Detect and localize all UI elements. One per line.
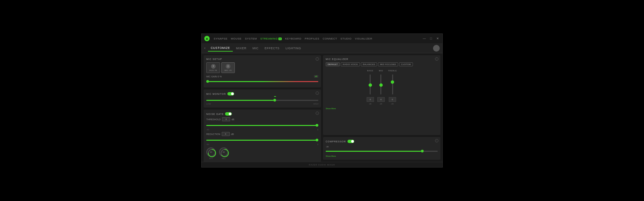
user-avatar[interactable] <box>433 45 440 52</box>
back-button[interactable]: ‹ <box>204 46 205 50</box>
reduction-track <box>206 140 318 141</box>
mid-slider-area[interactable] <box>378 73 384 96</box>
mic-monitor-info-icon[interactable]: i <box>316 91 319 95</box>
monitor-track <box>206 100 318 101</box>
bass-slider-area[interactable] <box>367 73 374 96</box>
eq-preset-radio-voice[interactable]: RADIO VOICE <box>341 62 360 66</box>
compressor-title: COMPRESSOR <box>326 140 346 143</box>
gain-thumb[interactable] <box>206 80 209 83</box>
mic-eq-panel: MIC EQUALIZER i DEFAULT RADIO VOICE BALA… <box>323 55 440 135</box>
monitor-slider[interactable] <box>206 97 318 103</box>
mic-icon <box>226 64 230 69</box>
mic-monitor-toggle[interactable] <box>227 92 234 95</box>
mic-in-label: MIC IN <box>224 69 232 71</box>
treble-thumb[interactable] <box>391 80 394 84</box>
treble-db: dB <box>391 103 393 105</box>
mid-thumb[interactable] <box>379 83 383 87</box>
mic-monitor-panel: i MIC MONITOR <box>204 89 321 108</box>
monitor-thumb[interactable] <box>273 99 276 102</box>
tab-mic[interactable]: MIC <box>250 45 261 51</box>
compressor-show-more[interactable]: Show More <box>326 155 438 157</box>
maximize-button[interactable]: □ <box>429 37 433 40</box>
svg-marker-0 <box>206 38 208 40</box>
eq-preset-balanced[interactable]: BALANCED <box>361 62 377 66</box>
eq-bass-label: BASS <box>367 70 373 72</box>
tab-mixer[interactable]: MIXER <box>233 45 249 51</box>
bass-thumb[interactable] <box>369 83 372 87</box>
app-window: SYNAPSE MOUSE SYSTEM STREAMING4 KEYBOARD… <box>201 34 443 168</box>
eq-show-more[interactable]: Show More <box>326 108 438 110</box>
threshold-track <box>206 125 318 126</box>
reduction-row: REDUCTION dB <box>206 132 318 136</box>
mid-value-box: 0 <box>377 97 385 102</box>
svg-rect-3 <box>227 65 228 67</box>
gain-track <box>206 81 318 82</box>
compressor-value: -38 <box>326 146 329 148</box>
reduction-slider[interactable] <box>206 137 318 143</box>
reduction-min: -60 <box>206 143 209 145</box>
dial-attack: 10 ATT <box>206 147 216 159</box>
reduction-labels: -60 0 <box>206 143 318 145</box>
nav-synapse[interactable]: SYNAPSE <box>214 37 227 40</box>
nav-streaming[interactable]: STREAMING4 <box>260 37 282 40</box>
monitor-high-label: HIGH <box>313 103 318 105</box>
compressor-thumb[interactable] <box>421 150 424 152</box>
threshold-input[interactable] <box>222 117 230 121</box>
svg-point-1 <box>213 65 214 66</box>
main-content: MIC SETUP i AUX IN <box>202 53 442 162</box>
threshold-max: 0 <box>317 129 318 131</box>
compressor-fill <box>326 151 421 152</box>
threshold-row: THRESHOLD dB <box>206 117 318 121</box>
threshold-slider[interactable] <box>206 123 318 128</box>
razer-logo-icon <box>204 36 210 41</box>
noise-gate-toggle-row: NOISE GATE <box>206 112 318 116</box>
nav-profiles[interactable]: PROFILES <box>305 37 319 40</box>
compressor-toggle[interactable] <box>347 140 354 143</box>
compressor-info-icon[interactable]: i <box>435 139 438 142</box>
gain-slider[interactable] <box>206 79 318 84</box>
nav-visualizer[interactable]: VISUALIZER <box>355 37 372 40</box>
eq-preset-custom[interactable]: CUSTOM <box>399 62 413 66</box>
monitor-slider-container: LOW HIGH <box>206 97 318 105</box>
minimize-button[interactable]: — <box>422 37 426 40</box>
tab-customize[interactable]: CUSTOMIZE <box>208 45 232 52</box>
noise-gate-toggle[interactable] <box>225 112 232 116</box>
mic-eq-info-icon[interactable]: i <box>435 57 438 61</box>
noise-gate-info-icon[interactable]: i <box>316 112 319 115</box>
title-bar: SYNAPSE MOUSE SYSTEM STREAMING4 KEYBOARD… <box>202 34 442 43</box>
mid-db: dB <box>380 103 382 105</box>
nav-studio[interactable]: STUDIO <box>340 37 352 40</box>
aux-in-button[interactable]: AUX IN <box>206 62 220 73</box>
mic-setup-panel: MIC SETUP i AUX IN <box>204 55 321 87</box>
release-dial[interactable]: 02 <box>219 147 228 157</box>
mic-in-button[interactable]: MIC IN <box>221 62 235 73</box>
attack-dial[interactable]: 10 <box>206 147 216 157</box>
nav-system[interactable]: SYSTEM <box>245 37 257 40</box>
tab-lighting[interactable]: LIGHTING <box>283 45 304 51</box>
reduction-input[interactable] <box>222 132 230 136</box>
nav-connect[interactable]: CONNECT <box>323 37 337 40</box>
threshold-fill <box>206 125 318 126</box>
eq-sliders: BASS 0 dB MID <box>326 68 438 106</box>
mic-setup-info-icon[interactable]: i <box>316 57 319 61</box>
eq-bass-col: BASS 0 dB <box>367 70 374 105</box>
eq-preset-default[interactable]: DEFAULT <box>326 62 340 66</box>
reduction-thumb[interactable] <box>316 139 318 141</box>
tab-effects[interactable]: EFFECTS <box>262 45 282 51</box>
eq-preset-mid-focused[interactable]: MID FOCUSED <box>378 62 398 66</box>
gain-row: MIC GAIN 0 % dB <box>206 75 318 78</box>
treble-slider-area[interactable] <box>389 73 396 96</box>
bass-track <box>370 74 371 94</box>
monitor-toggle-row: MIC MONITOR <box>206 92 318 95</box>
threshold-unit: dB <box>231 118 234 121</box>
threshold-thumb[interactable] <box>316 124 318 127</box>
nav-keyboard[interactable]: KEYBOARD <box>285 37 301 40</box>
treble-track <box>392 74 393 94</box>
compressor-slider[interactable] <box>326 148 438 154</box>
dials-row: 10 ATT 02 REL <box>206 147 318 159</box>
monitor-low-label: LOW <box>206 103 211 105</box>
compressor-slider-section: -38 <box>326 146 438 154</box>
threshold-label: THRESHOLD <box>206 118 221 121</box>
nav-mouse[interactable]: MOUSE <box>231 37 241 40</box>
close-button[interactable]: ✕ <box>436 37 440 40</box>
